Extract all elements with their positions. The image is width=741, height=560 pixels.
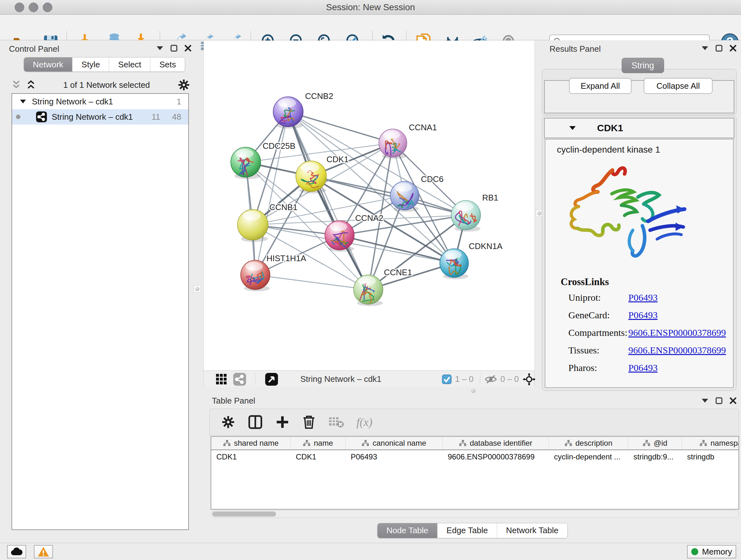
network-node-HIST1H1A[interactable]: HIST1H1A xyxy=(241,253,307,292)
column-header-namespace[interactable]: namespace xyxy=(682,437,739,449)
cloud-button[interactable] xyxy=(7,545,26,558)
table-cell[interactable]: CDK1 xyxy=(211,450,291,463)
collapse-all-button[interactable]: Collapse All xyxy=(644,78,713,94)
table-cell[interactable]: cyclin-dependent ... xyxy=(549,450,628,463)
column-label: namespace xyxy=(711,439,739,448)
crosshair-icon[interactable] xyxy=(523,373,536,386)
column-header-@id[interactable]: @id xyxy=(628,437,682,449)
status-bar: Memory xyxy=(0,543,741,560)
node-table[interactable]: shared namenamecanonical namedatabase id… xyxy=(211,436,739,509)
network-view-canvas[interactable]: CCNB2CCNA1CDC25BCDK1CDC6RB1CCNB1CCNA2CDK… xyxy=(203,41,535,370)
tab-edge-table[interactable]: Edge Table xyxy=(437,523,497,538)
crosslink-link[interactable]: P06493 xyxy=(628,310,658,327)
network-node-CCNA1[interactable]: CCNA1 xyxy=(379,123,437,159)
panel-float-icon[interactable] xyxy=(171,45,178,52)
node-label-CCNA1: CCNA1 xyxy=(409,123,437,132)
add-column-icon[interactable] xyxy=(275,415,289,429)
column-type-icon xyxy=(223,440,231,447)
entry-header[interactable]: CDK1 xyxy=(544,118,734,138)
network-edge-CCNB2-CCNA1[interactable] xyxy=(288,112,393,143)
tree-expander-icon[interactable] xyxy=(20,99,26,104)
network-node-CCNA2[interactable]: CCNA2 xyxy=(325,213,383,252)
network-badge-icon[interactable] xyxy=(233,373,246,386)
panel-close-icon[interactable] xyxy=(730,45,737,52)
network-node-CCNE1[interactable]: CCNE1 xyxy=(354,267,412,306)
crosslink-row: Compartments:9606.ENSP00000378699 xyxy=(568,327,730,345)
tab-node-table[interactable]: Node Table xyxy=(378,523,437,538)
crosslink-link[interactable]: 9606.ENSP00000378699 xyxy=(628,345,726,362)
network-node-CCNB1[interactable]: CCNB1 xyxy=(238,202,297,242)
network-node-RB1[interactable]: RB1 xyxy=(451,193,498,232)
delete-table-icon[interactable] xyxy=(328,416,344,428)
tab-string[interactable]: String xyxy=(622,58,664,73)
entry-description: cyclin-dependent kinase 1 xyxy=(557,145,660,155)
left-splitter-handle[interactable] xyxy=(194,286,201,293)
table-cell[interactable]: CDK1 xyxy=(291,450,346,463)
table-cell[interactable]: P06493 xyxy=(346,450,443,463)
memory-button[interactable]: Memory xyxy=(687,545,736,558)
network-node-CDC6[interactable]: CDC6 xyxy=(390,174,444,212)
selected-checkbox-icon[interactable] xyxy=(442,374,452,384)
column-header-description[interactable]: description xyxy=(549,437,628,449)
title-bar: Session: New Session xyxy=(0,0,741,15)
tab-select[interactable]: Select xyxy=(109,57,150,71)
table-horizontal-scrollbar[interactable] xyxy=(211,510,739,518)
gear-icon[interactable] xyxy=(178,78,190,91)
panel-collapse-icon[interactable] xyxy=(701,46,709,51)
table-cell[interactable]: 9606.ENSP00000378699 xyxy=(443,450,549,463)
protein-structure-image xyxy=(564,159,698,270)
column-header-shared-name[interactable]: shared name xyxy=(211,437,291,449)
control-panel: Control Panel NetworkStyleSelectSets 1 o… xyxy=(0,40,201,560)
tab-network[interactable]: Network xyxy=(24,57,72,71)
panel-collapse-icon[interactable] xyxy=(701,398,709,403)
control-panel-title: Control Panel xyxy=(9,44,59,54)
network-node-CDKN1A[interactable]: CDKN1A xyxy=(440,241,502,279)
column-header-database-identifier[interactable]: database identifier xyxy=(443,437,549,449)
crosslink-label: GeneCard: xyxy=(568,310,628,327)
node-label-HIST1H1A: HIST1H1A xyxy=(266,253,307,263)
birdseye-toggle-icon[interactable] xyxy=(265,373,278,386)
tab-sets[interactable]: Sets xyxy=(150,57,185,71)
panel-float-icon[interactable] xyxy=(716,397,723,404)
network-row[interactable]: String Network – cdk1 11 48 xyxy=(12,109,188,125)
panel-collapse-icon[interactable] xyxy=(156,46,163,51)
scrollbar-thumb[interactable] xyxy=(212,511,276,516)
results-panel-title: Results Panel xyxy=(549,44,601,54)
network-edge-HIST1H1A-CCNE1[interactable] xyxy=(255,275,368,290)
tab-network-table[interactable]: Network Table xyxy=(497,523,567,538)
crosslink-link[interactable]: P06493 xyxy=(628,292,658,310)
node-label-CDC25B: CDC25B xyxy=(263,141,295,151)
expand-all-icon[interactable] xyxy=(26,80,36,90)
column-header-name[interactable]: name xyxy=(291,437,346,449)
bottom-splitter-handle[interactable] xyxy=(470,387,477,394)
memory-label: Memory xyxy=(702,547,732,557)
warnings-button[interactable] xyxy=(34,545,53,558)
column-label: name xyxy=(314,439,333,448)
table-row[interactable]: CDK1CDK1P064939606.ENSP00000378699cyclin… xyxy=(211,450,738,463)
table-cell[interactable]: stringdb xyxy=(682,450,739,463)
collapse-all-icon[interactable] xyxy=(11,80,21,90)
crosslink-link[interactable]: P06493 xyxy=(628,362,658,380)
table-header-row: shared namenamecanonical namedatabase id… xyxy=(211,437,738,450)
table-panel-title: Table Panel xyxy=(212,396,255,406)
show-columns-icon[interactable] xyxy=(248,415,263,429)
column-label: database identifier xyxy=(470,439,532,448)
entry-expander-icon[interactable] xyxy=(569,126,576,130)
table-settings-gear-icon[interactable] xyxy=(221,415,235,429)
crosslink-link[interactable]: 9606.ENSP00000378699 xyxy=(628,327,726,345)
collection-label: String Network – cdk1 xyxy=(32,97,113,107)
panel-float-icon[interactable] xyxy=(716,45,723,52)
tab-style[interactable]: Style xyxy=(72,57,109,71)
expand-all-button[interactable]: Expand All xyxy=(569,78,631,94)
panel-close-icon[interactable] xyxy=(730,397,737,404)
panel-close-icon[interactable] xyxy=(185,45,192,52)
window-title: Session: New Session xyxy=(0,0,741,15)
grid-view-icon[interactable] xyxy=(216,374,227,385)
network-edge-CCNB2-HIST1H1A[interactable] xyxy=(255,112,288,275)
crosslink-row: Uniprot:P06493 xyxy=(568,292,730,310)
delete-column-icon[interactable] xyxy=(302,415,316,429)
hidden-eye-icon[interactable] xyxy=(484,374,497,384)
column-header-canonical-name[interactable]: canonical name xyxy=(346,437,443,449)
table-cell[interactable]: stringdb:9... xyxy=(628,450,682,463)
network-collection-row[interactable]: String Network – cdk1 1 xyxy=(12,94,188,109)
